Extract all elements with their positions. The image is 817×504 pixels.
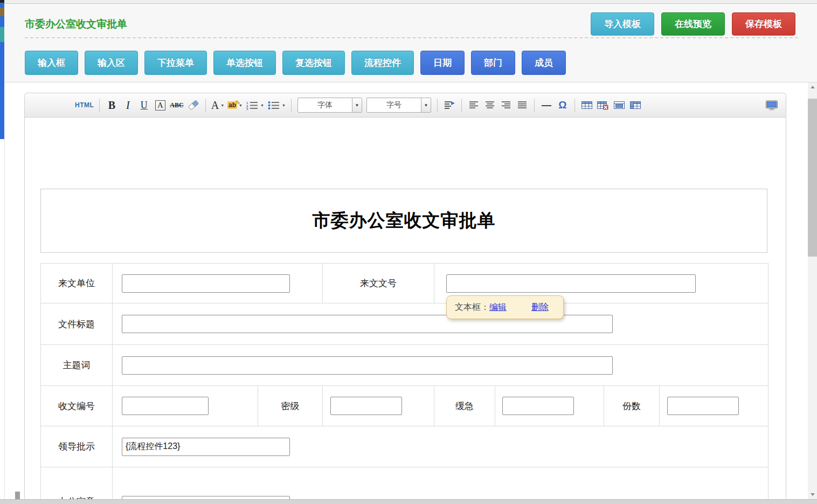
cell-source-unit <box>113 264 323 303</box>
format-eraser-button[interactable] <box>187 98 200 113</box>
eraser-icon <box>188 100 199 110</box>
dashed-divider <box>25 37 798 38</box>
html-source-button[interactable]: HTML <box>75 98 94 113</box>
source-unit-input[interactable] <box>122 274 290 293</box>
align-left-button[interactable] <box>467 98 480 113</box>
indent-button[interactable] <box>443 98 456 113</box>
strikethrough-button[interactable]: ABC <box>170 98 183 113</box>
template-actions: 导入模板 在线预览 保存模板 <box>591 12 795 36</box>
unordered-list-button[interactable]: ▼ <box>267 98 286 113</box>
doc-number-input[interactable] <box>446 274 696 293</box>
align-justify-icon <box>517 101 528 110</box>
security-input[interactable] <box>330 397 402 415</box>
cell-leader-comment <box>113 426 768 467</box>
cell-security <box>323 386 434 426</box>
table-properties-button[interactable] <box>629 98 642 113</box>
insert-radio-button[interactable]: 单选按钮 <box>213 51 276 75</box>
fullscreen-button[interactable] <box>765 98 778 113</box>
label-keywords: 主题词 <box>41 345 113 386</box>
page: 市委办公室收文审批单 导入模板 在线预览 保存模板 输入框 输入区 下拉菜单 单… <box>0 0 817 504</box>
background-window-fragment <box>0 27 4 42</box>
chevron-down-icon: ▼ <box>282 103 286 107</box>
label-urgency: 缓急 <box>434 386 495 426</box>
vertical-scrollbar[interactable] <box>808 82 817 499</box>
align-left-icon <box>468 101 479 110</box>
import-template-button[interactable]: 导入模板 <box>591 12 654 36</box>
horizontal-rule-button[interactable]: — <box>540 98 553 113</box>
scrollbar-thumb[interactable] <box>808 99 817 257</box>
table-row: 来文单位 来文文号 <box>41 264 768 303</box>
chevron-down-icon[interactable]: ▼ <box>421 98 431 112</box>
insert-dropdown-button[interactable]: 下拉菜单 <box>144 51 207 75</box>
insert-textarea-button[interactable]: 输入区 <box>85 51 138 75</box>
table-row: 文件标题 <box>41 303 768 345</box>
approval-form-table: 来文单位 来文文号 文件标题 主题词 收文编号 密级 缓急 份数 领导批示 <box>40 263 768 504</box>
chevron-down-icon: ▼ <box>220 103 224 107</box>
special-character-button[interactable]: Ω <box>556 98 569 113</box>
delete-link[interactable]: 删除 <box>531 302 549 313</box>
header-panel: 市委办公室收文审批单 导入模板 在线预览 保存模板 输入框 输入区 下拉菜单 单… <box>4 3 817 82</box>
form-title-box: 市委办公室收文审批单 <box>40 189 767 253</box>
left-border-line <box>4 139 5 504</box>
unordered-list-icon <box>267 101 280 110</box>
underline-button[interactable]: U <box>137 98 150 113</box>
page-title: 市委办公室收文审批单 <box>25 17 127 31</box>
receipt-number-input[interactable] <box>122 397 209 415</box>
highlight-color-button[interactable]: ab✎▼ <box>227 98 243 113</box>
cell-office-opinion <box>113 467 768 504</box>
cell-copies <box>660 386 768 426</box>
table-row: 办公室意 <box>41 467 768 504</box>
label-security: 密级 <box>258 386 323 426</box>
toolbar-separator <box>205 99 206 112</box>
font-color-button[interactable]: A▼ <box>211 98 224 113</box>
highlight-icon: ab✎ <box>227 101 237 109</box>
font-family-select[interactable]: 字体 ▼ <box>297 98 362 113</box>
arrow-down-icon <box>811 493 815 496</box>
indent-icon <box>444 101 455 110</box>
delete-table-button[interactable] <box>597 98 610 113</box>
cell-keywords <box>113 345 768 386</box>
chevron-down-icon: ▼ <box>260 103 264 107</box>
leader-comment-input[interactable] <box>122 438 290 456</box>
window-top-edge <box>0 0 817 4</box>
label-leader-comment: 领导批示 <box>41 426 113 467</box>
scroll-down-button[interactable] <box>808 490 817 499</box>
arrow-up-icon <box>811 86 815 88</box>
align-right-button[interactable] <box>500 98 513 113</box>
cell-doc-title <box>113 303 768 345</box>
window-bottom-edge <box>0 499 817 504</box>
keywords-input[interactable] <box>122 356 613 375</box>
edit-link[interactable]: 编辑 <box>489 302 507 313</box>
background-window-fragment <box>0 8 4 16</box>
scroll-up-button[interactable] <box>808 82 817 92</box>
tooltip-label: 文本框： <box>455 302 489 313</box>
insert-checkbox-button[interactable]: 复选按钮 <box>282 51 345 75</box>
font-size-select[interactable]: 字号 ▼ <box>366 98 431 113</box>
save-template-button[interactable]: 保存模板 <box>732 12 795 36</box>
toolbar-separator <box>574 99 575 112</box>
insert-input-button[interactable]: 输入框 <box>25 51 78 75</box>
insert-flow-control-button[interactable]: 流程控件 <box>351 51 414 75</box>
ordered-list-button[interactable]: 1 2 3 ▼ <box>246 98 264 113</box>
label-doc-number: 来文文号 <box>323 264 434 303</box>
monitor-icon <box>765 100 778 111</box>
insert-department-button[interactable]: 部门 <box>471 51 515 75</box>
align-center-button[interactable] <box>483 98 496 113</box>
chevron-down-icon[interactable]: ▼ <box>352 98 362 112</box>
field-tooltip: 文本框： 编辑 删除 <box>446 295 564 319</box>
pencil-icon: ✎ <box>236 99 240 106</box>
table-row: 主题词 <box>41 345 768 386</box>
merge-cells-button[interactable] <box>613 98 626 113</box>
italic-button[interactable]: I <box>121 98 134 113</box>
label-copies: 份数 <box>604 386 660 426</box>
label-receipt-number: 收文编号 <box>41 386 113 426</box>
copies-input[interactable] <box>667 397 739 415</box>
online-preview-button[interactable]: 在线预览 <box>661 12 725 36</box>
border-text-button[interactable]: A <box>154 98 167 113</box>
bold-button[interactable]: B <box>105 98 118 113</box>
insert-member-button[interactable]: 成员 <box>522 51 566 75</box>
urgency-input[interactable] <box>502 397 574 415</box>
insert-table-button[interactable] <box>580 98 593 113</box>
insert-date-button[interactable]: 日期 <box>420 51 465 75</box>
align-justify-button[interactable] <box>516 98 529 113</box>
